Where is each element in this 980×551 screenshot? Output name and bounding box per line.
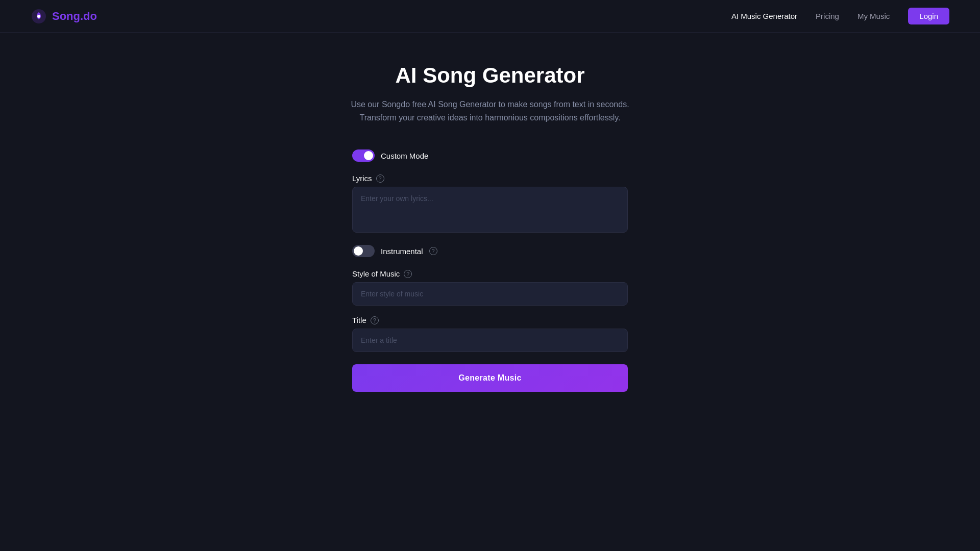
style-help-icon[interactable]: ?: [404, 270, 412, 278]
title-label-row: Title ?: [352, 316, 628, 324]
generate-button[interactable]: Generate Music: [352, 364, 628, 392]
custom-mode-row: Custom Mode: [352, 149, 628, 162]
instrumental-knob: [354, 246, 363, 256]
title-label: Title: [352, 316, 366, 324]
custom-mode-knob: [364, 151, 373, 160]
style-label: Style of Music: [352, 269, 400, 278]
nav: AI Music Generator Pricing My Music Logi…: [731, 8, 949, 24]
instrumental-label: Instrumental: [381, 247, 423, 256]
header: Song.do AI Music Generator Pricing My Mu…: [0, 0, 980, 33]
custom-mode-label: Custom Mode: [381, 152, 428, 160]
instrumental-help-icon[interactable]: ?: [429, 247, 437, 255]
title-section: Title ?: [352, 316, 628, 352]
logo-icon: [31, 8, 47, 24]
form-container: Custom Mode Lyrics ? Instrumental ?: [352, 149, 628, 392]
page-subtitle: Use our Songdo free AI Song Generator to…: [342, 98, 638, 124]
style-label-row: Style of Music ?: [352, 269, 628, 278]
nav-item-my-music[interactable]: My Music: [857, 12, 890, 20]
instrumental-slider: [352, 245, 375, 257]
lyrics-section: Lyrics ?: [352, 174, 628, 235]
custom-mode-toggle[interactable]: [352, 149, 375, 162]
title-help-icon[interactable]: ?: [371, 316, 379, 324]
logo-text: Song.do: [52, 10, 97, 23]
lyrics-textarea[interactable]: [352, 187, 628, 233]
lyrics-label: Lyrics: [352, 174, 372, 183]
nav-item-ai-music-generator[interactable]: AI Music Generator: [731, 12, 797, 20]
lyrics-help-icon[interactable]: ?: [376, 174, 384, 183]
logo[interactable]: Song.do: [31, 8, 97, 24]
logo-text-accent: do: [83, 10, 97, 22]
lyrics-label-row: Lyrics ?: [352, 174, 628, 183]
logo-text-main: Song.: [52, 10, 83, 22]
nav-item-pricing[interactable]: Pricing: [816, 12, 839, 20]
main-content: AI Song Generator Use our Songdo free AI…: [0, 33, 980, 433]
login-button[interactable]: Login: [908, 8, 949, 24]
instrumental-toggle[interactable]: [352, 245, 375, 257]
style-input[interactable]: [352, 282, 628, 306]
style-section: Style of Music ?: [352, 269, 628, 306]
custom-mode-slider: [352, 149, 375, 162]
title-input[interactable]: [352, 329, 628, 352]
instrumental-row: Instrumental ?: [352, 245, 628, 257]
page-title: AI Song Generator: [395, 63, 584, 88]
svg-point-1: [37, 15, 40, 18]
